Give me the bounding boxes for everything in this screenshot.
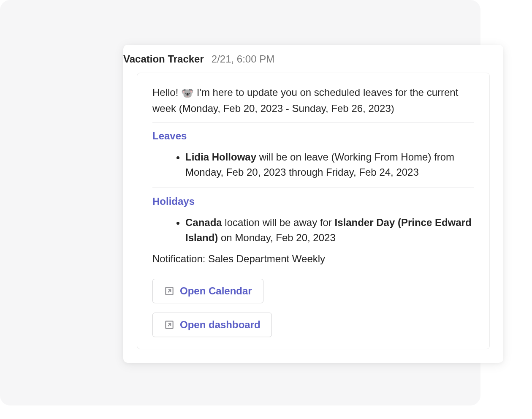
holiday-middle-text: location will be away for	[222, 217, 335, 228]
app-name: Vacation Tracker	[123, 53, 204, 65]
divider	[152, 188, 474, 188]
list-item: Lidia Holloway will be on leave (Working…	[185, 150, 474, 180]
intro-text: Hello! 🐨 I'm here to update you on sched…	[152, 85, 474, 116]
open-dashboard-button[interactable]: Open dashboard	[152, 313, 272, 337]
open-calendar-button[interactable]: Open Calendar	[152, 279, 263, 303]
message-timestamp: 2/21, 6:00 PM	[212, 53, 274, 65]
koala-emoji-icon: 🐨	[181, 86, 194, 101]
leaves-section: Leaves Lidia Holloway will be on leave (…	[152, 130, 474, 180]
card-header: Vacation Tracker 2/21, 6:00 PM	[123, 45, 503, 73]
leaves-list: Lidia Holloway will be on leave (Working…	[152, 150, 474, 180]
external-link-icon	[164, 286, 175, 297]
leaves-heading: Leaves	[152, 130, 474, 142]
leave-person-name: Lidia Holloway	[185, 151, 256, 163]
intro-rest: I'm here to update you on scheduled leav…	[152, 87, 458, 114]
action-buttons: Open Calendar Open dashboard	[152, 279, 474, 337]
divider	[152, 122, 474, 122]
open-dashboard-label: Open dashboard	[180, 319, 261, 331]
holidays-section: Holidays Canada location will be away fo…	[152, 196, 474, 245]
holidays-list: Canada location will be away for Islande…	[152, 215, 474, 245]
holiday-suffix-text: on Monday, Feb 20, 2023	[218, 232, 335, 243]
notification-label: Notification: Sales Department Weekly	[152, 253, 474, 265]
external-link-icon	[164, 319, 175, 330]
holidays-heading: Holidays	[152, 196, 474, 207]
intro-prefix: Hello!	[152, 87, 178, 98]
message-card: Vacation Tracker 2/21, 6:00 PM Hello! 🐨 …	[123, 45, 503, 363]
list-item: Canada location will be away for Islande…	[185, 215, 474, 245]
holiday-location: Canada	[185, 217, 222, 228]
card-body: Hello! 🐨 I'm here to update you on sched…	[137, 73, 490, 349]
divider	[152, 271, 474, 271]
open-calendar-label: Open Calendar	[180, 285, 252, 297]
